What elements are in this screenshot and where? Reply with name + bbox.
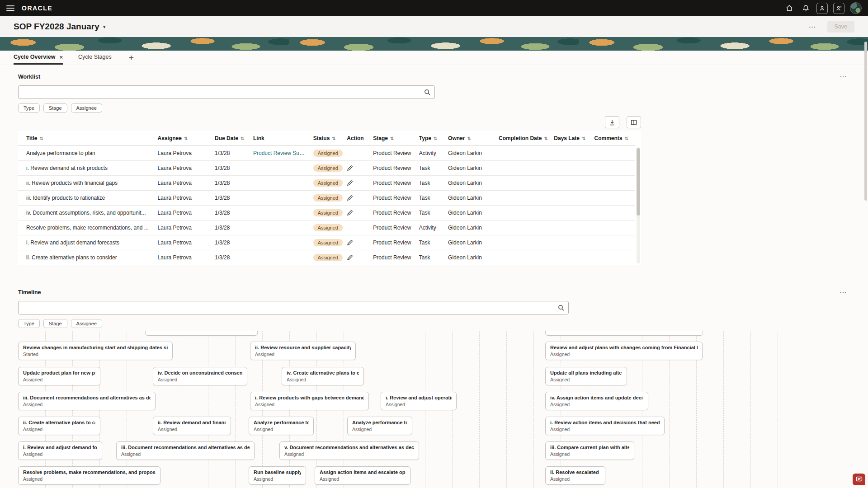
worklist-more-actions-button[interactable]: ⋯ bbox=[837, 71, 850, 82]
timeline-card[interactable]: i. Review action items and decisions tha… bbox=[545, 417, 665, 435]
column-header[interactable]: Days Late⇅ bbox=[550, 131, 590, 146]
timeline-card[interactable]: i. Review and adjust demand forecasts As… bbox=[18, 441, 102, 460]
timeline-card[interactable]: iii. Document recommendations and altern… bbox=[18, 392, 156, 410]
column-header[interactable]: Action⇅ bbox=[343, 131, 369, 146]
worklist-search-input[interactable] bbox=[19, 86, 434, 99]
edit-action-button[interactable] bbox=[347, 254, 353, 261]
column-header[interactable]: Status⇅ bbox=[310, 131, 344, 146]
timeline-card[interactable]: i. Review and adjust operating plan Assi… bbox=[381, 392, 457, 410]
cell-title: Analyze performance to plan bbox=[18, 146, 154, 161]
column-header[interactable]: Comments⇅ bbox=[590, 131, 635, 146]
table-row[interactable]: i. Review and adjust demand forecasts La… bbox=[18, 235, 635, 250]
table-scrollbar[interactable] bbox=[637, 147, 640, 263]
timeline-card[interactable]: ii. Review demand and financial gaps Ass… bbox=[153, 417, 231, 435]
timeline-card[interactable] bbox=[545, 331, 703, 336]
timeline-more-actions-button[interactable]: ⋯ bbox=[837, 287, 850, 297]
search-icon[interactable] bbox=[422, 87, 433, 97]
user-admin-icon[interactable] bbox=[816, 3, 828, 14]
table-row[interactable]: iv. Document assumptions, risks, and opp… bbox=[18, 206, 635, 221]
column-header[interactable]: Owner⇅ bbox=[444, 131, 495, 146]
chevron-down-icon[interactable]: ▾ bbox=[103, 23, 106, 30]
timeline-card[interactable]: Run baseline supply plan Assigned bbox=[249, 466, 306, 485]
timeline-card[interactable]: Resolve problems, make recommendations, … bbox=[18, 466, 160, 485]
page-scrollbar[interactable] bbox=[864, 42, 867, 201]
timeline-search-input[interactable] bbox=[19, 301, 568, 314]
column-header[interactable]: Stage⇅ bbox=[369, 131, 415, 146]
add-tab-button[interactable]: + bbox=[127, 53, 136, 63]
timeline-card[interactable]: ii. Create alternative plans to consider… bbox=[18, 417, 100, 435]
cell-due-date: 1/3/28 bbox=[211, 221, 250, 235]
timeline-card[interactable]: Update product plan for new products Ass… bbox=[18, 367, 100, 385]
status-badge: Assigned bbox=[313, 209, 343, 216]
timeline-card[interactable] bbox=[145, 331, 258, 336]
home-icon[interactable] bbox=[784, 3, 795, 14]
sort-icon[interactable]: ⇅ bbox=[390, 136, 394, 141]
sort-icon[interactable]: ⇅ bbox=[241, 136, 244, 141]
table-row[interactable]: ii. Review products with financial gaps … bbox=[18, 176, 635, 191]
timeline-card[interactable]: Assign action items and escalate open is… bbox=[315, 466, 410, 485]
filter-chip[interactable]: Assignee bbox=[71, 103, 102, 113]
sort-icon[interactable]: ⇅ bbox=[184, 136, 188, 141]
timeline-card[interactable]: Analyze performance to plan Assigned bbox=[347, 417, 412, 435]
table-row[interactable]: iii. Identify products to rationalize La… bbox=[18, 191, 635, 206]
edit-action-button[interactable] bbox=[347, 180, 353, 186]
table-row[interactable]: ii. Create alternative plans to consider… bbox=[18, 250, 635, 265]
tab-cycle-overview[interactable]: Cycle Overview × bbox=[14, 51, 63, 65]
edit-action-button[interactable] bbox=[347, 239, 353, 246]
search-icon[interactable] bbox=[556, 303, 566, 313]
column-header[interactable]: Link⇅ bbox=[250, 131, 310, 146]
close-icon[interactable]: × bbox=[59, 54, 63, 60]
timeline-card[interactable]: v. Document recommendations and alternat… bbox=[279, 441, 419, 460]
sort-icon[interactable]: ⇅ bbox=[544, 136, 547, 141]
timeline-card[interactable]: iv. Decide on unconstrained consensus fo… bbox=[153, 367, 247, 385]
table-row[interactable]: Resolve problems, make recommendations, … bbox=[18, 221, 635, 235]
table-row[interactable]: i. Review demand at risk products Laura … bbox=[18, 161, 635, 176]
table-row[interactable]: Analyze performance to plan Laura Petrov… bbox=[18, 146, 635, 161]
column-header[interactable]: Title⇅ bbox=[18, 131, 154, 146]
timeline-card[interactable]: Analyze performance to plan Assigned bbox=[249, 417, 314, 435]
timeline-card[interactable]: iv. Assign action items and update decis… bbox=[545, 392, 648, 410]
filter-chip[interactable]: Assignee bbox=[71, 319, 102, 328]
cell-type: Activity bbox=[415, 221, 444, 235]
timeline-card[interactable]: iii. Compare current plan with alternati… bbox=[545, 441, 634, 460]
column-header[interactable]: Assignee⇅ bbox=[154, 131, 211, 146]
user-switch-icon[interactable] bbox=[833, 3, 844, 14]
timeline-card[interactable]: iv. Create alternative plans to consider… bbox=[282, 367, 364, 385]
sort-icon[interactable]: ⇅ bbox=[39, 136, 43, 141]
column-header[interactable]: Type⇅ bbox=[415, 131, 444, 146]
column-header[interactable]: Completion Date⇅ bbox=[495, 131, 550, 146]
timeline-card[interactable]: Review changes in manufacturing start an… bbox=[18, 342, 173, 360]
sort-icon[interactable]: ⇅ bbox=[582, 136, 585, 141]
timeline-card[interactable]: Review and adjust plans with changes com… bbox=[545, 342, 703, 360]
edit-action-button[interactable] bbox=[347, 165, 353, 171]
timeline-card[interactable]: Update all plans including alternatives … bbox=[545, 367, 627, 385]
sort-icon[interactable]: ⇅ bbox=[332, 136, 335, 141]
user-avatar[interactable] bbox=[850, 2, 862, 14]
page-more-actions-button[interactable]: ⋯ bbox=[806, 22, 819, 32]
hamburger-menu-icon[interactable] bbox=[6, 5, 14, 11]
save-button[interactable]: Save bbox=[827, 21, 855, 33]
sort-icon[interactable]: ⇅ bbox=[624, 136, 628, 141]
filter-chip[interactable]: Stage bbox=[43, 103, 67, 113]
manage-columns-icon[interactable] bbox=[627, 116, 641, 128]
filter-chip[interactable]: Stage bbox=[43, 319, 67, 328]
chat-icon[interactable] bbox=[853, 474, 865, 485]
edit-action-button[interactable] bbox=[347, 195, 353, 201]
timeline-card[interactable]: ii. Resolve escalated issues Assigned bbox=[545, 466, 605, 485]
sort-icon[interactable]: ⇅ bbox=[434, 136, 437, 141]
page-title[interactable]: SOP FY2028 January ▾ bbox=[14, 22, 106, 32]
timeline-card[interactable]: iii. Document recommendations and altern… bbox=[116, 441, 255, 460]
download-icon[interactable] bbox=[605, 116, 619, 128]
timeline-card-title: iv. Decide on unconstrained consensus fo… bbox=[158, 370, 242, 375]
row-link[interactable]: Product Review Summar bbox=[253, 150, 310, 156]
timeline-card[interactable]: ii. Review resource and supplier capacit… bbox=[250, 342, 356, 360]
timeline-card[interactable]: i. Review products with gaps between dem… bbox=[250, 392, 369, 410]
column-header[interactable]: Due Date⇅ bbox=[211, 131, 250, 146]
filter-chip[interactable]: Type bbox=[18, 103, 40, 113]
timeline-gridline bbox=[235, 331, 236, 488]
tab-cycle-stages[interactable]: Cycle Stages bbox=[78, 51, 112, 65]
edit-action-button[interactable] bbox=[347, 210, 353, 216]
notifications-bell-icon[interactable] bbox=[800, 3, 811, 14]
filter-chip[interactable]: Type bbox=[18, 319, 40, 328]
sort-icon[interactable]: ⇅ bbox=[467, 136, 471, 141]
